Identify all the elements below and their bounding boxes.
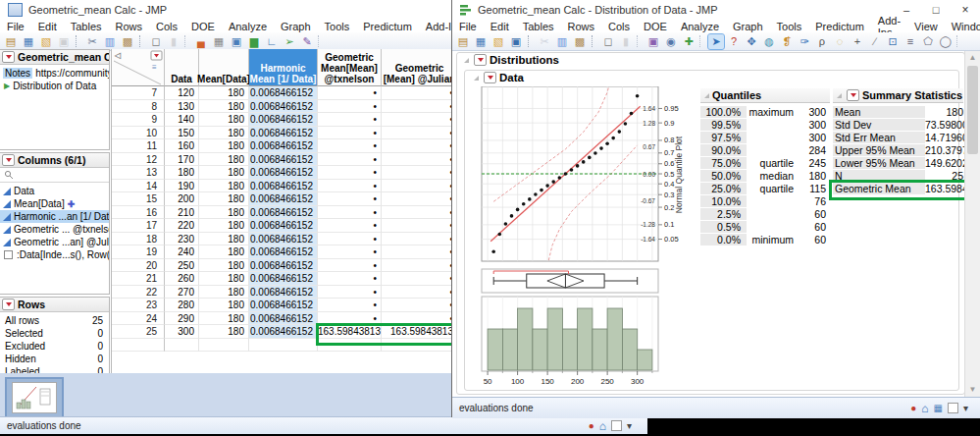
lasso-tool-icon[interactable]: ρ <box>814 34 830 49</box>
histogram-bar[interactable] <box>502 329 517 370</box>
annotate-text-tool-icon[interactable]: ⊡ <box>885 34 901 49</box>
data-cell[interactable]: 180 <box>199 325 249 339</box>
row-number-cell[interactable]: 11 <box>112 139 165 153</box>
histogram-bar[interactable] <box>607 308 622 370</box>
globe-tool-icon[interactable]: ◍ <box>761 34 777 49</box>
menu-file[interactable]: File <box>0 21 31 32</box>
data-cell[interactable]: • <box>318 219 382 233</box>
data-cell[interactable]: 180 <box>199 139 249 153</box>
rows-menu-icon[interactable]: ≡ <box>152 63 157 72</box>
data-cell[interactable]: • <box>382 86 458 100</box>
row-number-cell[interactable]: 14 <box>112 180 165 193</box>
quantile-point[interactable] <box>545 184 549 188</box>
menu-window[interactable]: Window <box>945 21 980 32</box>
data-cell[interactable]: • <box>318 127 382 140</box>
quantile-point[interactable] <box>491 250 495 254</box>
menu-tools[interactable]: Tools <box>770 21 809 32</box>
log-error-icon[interactable]: ● <box>910 403 916 414</box>
data-cell[interactable]: 163.59843813 <box>318 325 382 339</box>
window-list-icon[interactable] <box>611 420 622 431</box>
save-icon[interactable]: ▣ <box>56 34 72 49</box>
quantile-point[interactable] <box>611 136 615 140</box>
distribution-icon[interactable]: ▄ <box>193 34 209 49</box>
scroller-tool-icon[interactable]: ✥ <box>744 34 759 49</box>
menu-tables[interactable]: Tables <box>516 21 561 32</box>
data-cell[interactable]: • <box>382 139 458 153</box>
menu-cols[interactable]: Cols <box>149 21 184 32</box>
data-cell[interactable]: 270 <box>165 286 199 300</box>
data-cell[interactable]: • <box>318 86 382 100</box>
script-editor-icon[interactable]: ✎ <box>299 34 315 49</box>
empty-cell[interactable] <box>382 339 458 353</box>
data-cell[interactable]: • <box>382 127 458 140</box>
data-table-icon[interactable]: ▦ <box>934 403 943 414</box>
data-cell[interactable]: 300 <box>165 325 199 339</box>
data-cell[interactable]: • <box>318 139 382 153</box>
row-number-cell[interactable]: 9 <box>112 113 165 127</box>
find-icon[interactable]: ◉ <box>663 34 679 49</box>
row-number-cell[interactable]: 18 <box>112 233 165 246</box>
data-cell[interactable]: • <box>318 166 382 180</box>
arrow-tool-icon[interactable]: ➤ <box>708 34 724 49</box>
menu-rows[interactable]: Rows <box>561 21 602 32</box>
table-script-item[interactable]: ▶ Distribution of Data <box>0 80 109 92</box>
quantile-point[interactable] <box>564 172 568 176</box>
data-cell[interactable]: 0.0068466152 <box>249 180 318 193</box>
selection-tool-icon[interactable]: ◻ <box>148 34 164 49</box>
menu-edit[interactable]: Edit <box>484 21 516 32</box>
histogram-bar[interactable] <box>518 308 533 370</box>
data-cell[interactable]: • <box>382 245 458 259</box>
column-item-3[interactable]: Harmonic ...an [1/ Data]+ <box>0 210 109 223</box>
menu-doe[interactable]: DOE <box>184 21 222 32</box>
new-data-table-icon[interactable]: ▦ <box>21 34 36 49</box>
menu-cols[interactable]: Cols <box>601 21 637 32</box>
data-cell[interactable]: 180 <box>199 245 249 259</box>
data-cell[interactable]: • <box>382 180 458 193</box>
data-cell[interactable]: 0.0068466152 <box>249 139 318 153</box>
menu-view[interactable]: View <box>907 21 945 32</box>
annotate-line-tool-icon[interactable]: ∕ <box>867 34 883 49</box>
histogram-bar[interactable] <box>638 350 652 370</box>
scrollbar-thumb[interactable] <box>967 66 978 154</box>
data-cell[interactable]: 130 <box>165 100 199 114</box>
data-cell[interactable]: • <box>382 259 458 273</box>
data-cell[interactable]: 240 <box>165 245 199 259</box>
menu-edit[interactable]: Edit <box>31 21 64 32</box>
data-cell[interactable]: • <box>318 286 382 300</box>
menu-tools[interactable]: Tools <box>318 21 357 32</box>
data-cell[interactable]: 180 <box>199 206 249 220</box>
data-cell[interactable]: 220 <box>165 219 199 233</box>
distribution-plots[interactable]: 1.641.280.670.00-0.67-1.28-1.640.950.90.… <box>466 86 705 391</box>
cut-icon[interactable]: ✂ <box>84 34 100 49</box>
data-cell[interactable]: • <box>318 233 382 246</box>
data-cell[interactable]: 0.0068466152 <box>249 325 318 339</box>
histogram-bar[interactable] <box>593 329 607 370</box>
scroll-up-icon[interactable]: ▲ <box>966 51 979 65</box>
red-triangle-menu-icon[interactable] <box>484 72 496 83</box>
row-number-cell[interactable]: 15 <box>112 192 165 206</box>
data-cell[interactable]: • <box>318 192 382 206</box>
row-number-cell[interactable]: 17 <box>112 219 165 233</box>
data-cell[interactable]: • <box>382 299 458 312</box>
data-cell[interactable]: 230 <box>165 233 199 246</box>
column-header-data[interactable]: Data <box>165 49 199 86</box>
data-cell[interactable]: 0.0068466152 <box>249 219 318 233</box>
quantile-point[interactable] <box>504 222 508 226</box>
data-cell[interactable]: 0.0068466152 <box>249 113 318 127</box>
data-cell[interactable]: 180 <box>199 166 249 180</box>
data-cell[interactable]: 180 <box>199 86 249 100</box>
data-cell[interactable]: 0.0068466152 <box>249 206 318 220</box>
row-number-cell[interactable]: 19 <box>112 245 165 259</box>
grabber-tool-icon[interactable]: ❡ <box>779 34 795 49</box>
data-cell[interactable]: 250 <box>165 259 199 273</box>
data-cell[interactable]: 290 <box>165 312 199 326</box>
grid-corner-cell[interactable]: ◁≡ <box>112 49 165 86</box>
data-cell[interactable]: • <box>318 100 382 114</box>
disclosure-icon[interactable] <box>464 58 469 63</box>
paste-icon[interactable]: ▩ <box>120 34 135 49</box>
data-cell[interactable]: 0.0068466152 <box>249 286 318 300</box>
quantiles-header[interactable]: Quantiles <box>700 88 830 103</box>
column-header-geometric-mean-txnelson[interactable]: GeometricMean[Mean]@txnelson <box>318 49 382 86</box>
data-cell[interactable]: • <box>382 206 458 220</box>
row-number-cell[interactable]: 25 <box>112 325 165 339</box>
